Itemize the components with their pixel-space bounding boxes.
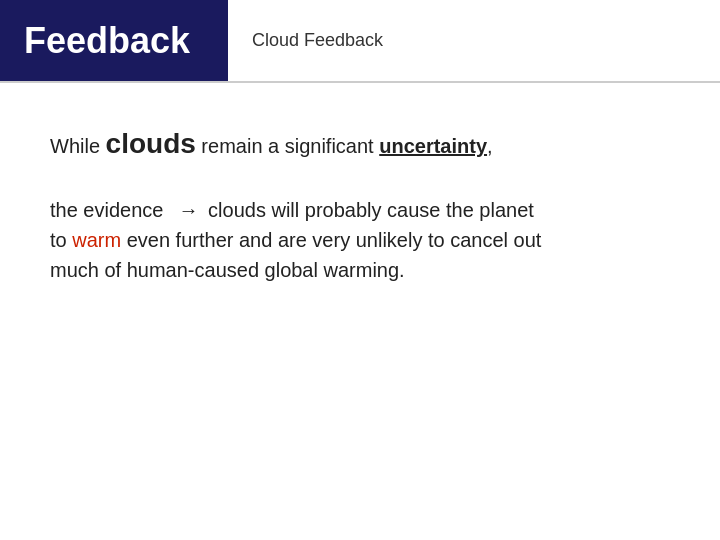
arrow-icon: → [179, 199, 199, 221]
line3-prefix: to [50, 229, 72, 251]
main-content: While clouds remain a significant uncert… [0, 83, 720, 345]
word-clouds: clouds [106, 128, 196, 159]
page-title: Feedback [24, 20, 190, 62]
word-warm: warm [72, 229, 121, 251]
paragraph-2: the evidence → clouds will probably caus… [50, 195, 670, 285]
line3-suffix: even further and are very unlikely to ca… [121, 229, 541, 251]
line1-end: , [487, 135, 493, 157]
line2-suffix: clouds will probably cause the planet [203, 199, 534, 221]
page-subtitle: Cloud Feedback [252, 30, 383, 51]
line4: much of human-caused global warming. [50, 259, 405, 281]
word-uncertainty: uncertainty [379, 135, 487, 157]
line2-prefix: the evidence [50, 199, 163, 221]
line1-prefix: While [50, 135, 106, 157]
header-title-box: Feedback [0, 0, 228, 81]
line1-middle: remain a significant [196, 135, 379, 157]
header: Feedback Cloud Feedback [0, 0, 720, 83]
paragraph-1: While clouds remain a significant uncert… [50, 123, 670, 165]
header-subtitle-box: Cloud Feedback [228, 0, 720, 81]
